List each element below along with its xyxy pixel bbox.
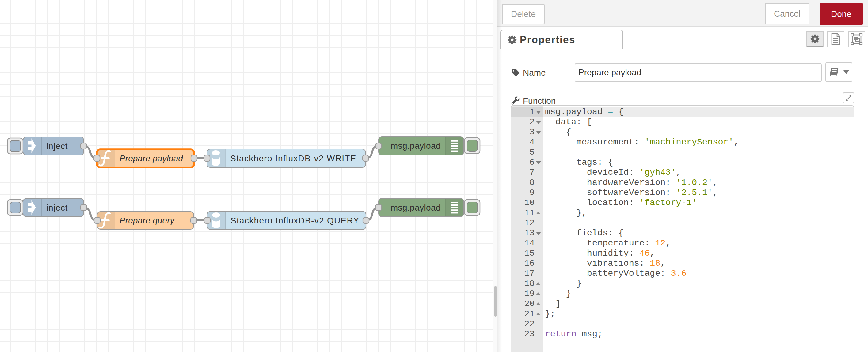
svg-text:Stackhero InfluxDB-v2 WRITE: Stackhero InfluxDB-v2 WRITE [230,154,356,163]
svg-text:Stackhero InfluxDB-v2 QUERY: Stackhero InfluxDB-v2 QUERY [230,216,360,225]
svg-text:Prepare payload: Prepare payload [120,154,183,163]
svg-text:msg.payload: msg.payload [391,141,441,151]
svg-text:inject: inject [46,141,68,151]
svg-text:Prepare query: Prepare query [120,216,175,225]
svg-text:inject: inject [46,203,68,212]
svg-text:msg.payload: msg.payload [391,203,441,212]
